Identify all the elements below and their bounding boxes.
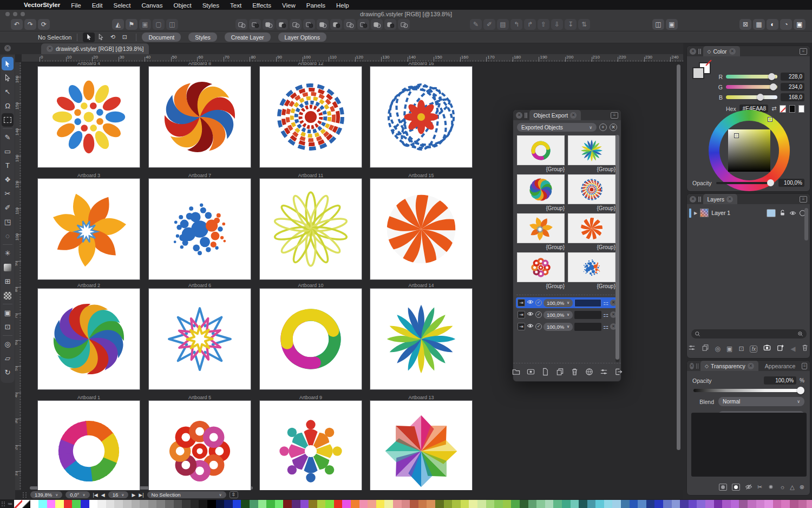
ungroup-icon[interactable]: ▢ bbox=[153, 19, 165, 30]
effects-sun-icon[interactable]: ☼ bbox=[780, 484, 785, 490]
palette-swatch[interactable] bbox=[418, 500, 427, 508]
transparency-opacity-value[interactable]: 100,0% bbox=[764, 376, 796, 385]
zoom-level-dropdown[interactable]: 139,8%∨ bbox=[30, 491, 62, 498]
fill-stroke-swatches[interactable] bbox=[692, 62, 712, 81]
menu-text[interactable]: Text bbox=[225, 2, 247, 9]
palette-swatch[interactable] bbox=[545, 500, 554, 508]
selection-info-dropdown[interactable]: No Selection∨ bbox=[147, 491, 226, 498]
last-page-icon[interactable]: ▶| bbox=[139, 492, 143, 498]
slice-export-icon[interactable]: ⇥ bbox=[518, 299, 525, 307]
unlink-mask-scissors-icon[interactable]: ✂ bbox=[757, 484, 762, 491]
grid-tool[interactable]: ⊞ bbox=[2, 275, 14, 288]
palette-menu-icon[interactable]: ≔ bbox=[6, 501, 14, 506]
palette-swatch[interactable] bbox=[55, 500, 64, 508]
preview-export-icon[interactable] bbox=[527, 368, 535, 378]
menu-canvas[interactable]: Canvas bbox=[136, 2, 168, 9]
palette-swatch[interactable] bbox=[503, 500, 512, 508]
trim-icon[interactable] bbox=[303, 19, 315, 30]
layer-copies-icon[interactable]: ⊡ bbox=[738, 345, 744, 353]
slice-visibility-eye-icon[interactable] bbox=[527, 322, 534, 331]
palette-swatch[interactable] bbox=[148, 500, 157, 508]
artboard-canvas[interactable] bbox=[149, 179, 251, 279]
artboard[interactable]: Artboard 4 bbox=[38, 62, 140, 167]
palette-swatch[interactable] bbox=[427, 500, 435, 508]
panel-collapse-icon[interactable]: ◇ bbox=[708, 49, 711, 54]
palette-swatch[interactable] bbox=[612, 500, 621, 508]
palette-swatch[interactable] bbox=[595, 500, 604, 508]
channel-slider[interactable] bbox=[726, 95, 777, 99]
palette-swatch[interactable] bbox=[64, 500, 73, 508]
palette-swatch[interactable] bbox=[461, 500, 469, 508]
panel-grip[interactable] bbox=[696, 363, 699, 369]
palette-swatch[interactable] bbox=[325, 500, 334, 508]
palette-swatch[interactable] bbox=[300, 500, 309, 508]
slice-options-icon[interactable]: ⚏ bbox=[603, 311, 608, 318]
artboard-canvas[interactable] bbox=[260, 179, 362, 279]
send-to-bottom-icon[interactable]: ↧ bbox=[565, 19, 577, 30]
statusbar-options-icon[interactable]: ⇳ bbox=[230, 491, 238, 498]
layer-thumbnail[interactable] bbox=[700, 209, 709, 217]
artboard-canvas[interactable] bbox=[38, 401, 140, 490]
slice-visibility-eye-icon[interactable] bbox=[527, 298, 534, 308]
export-item[interactable]: {Group} bbox=[517, 252, 566, 290]
palette-swatch[interactable] bbox=[233, 500, 241, 508]
artboard[interactable]: Artboard 3 bbox=[38, 173, 140, 279]
palette-swatch[interactable] bbox=[520, 500, 528, 508]
back-arrow-icon[interactable]: ◀ bbox=[790, 345, 795, 353]
text-tool[interactable]: T bbox=[2, 159, 14, 172]
palette-swatch[interactable] bbox=[680, 500, 689, 508]
group-select-tool-icon[interactable] bbox=[95, 32, 107, 42]
hide-mask-eye-slash-icon[interactable] bbox=[745, 483, 752, 491]
menu-panels[interactable]: Panels bbox=[301, 2, 331, 9]
send-backward-icon[interactable]: ⇩ bbox=[551, 19, 563, 30]
full-preview-icon[interactable]: ▣ bbox=[794, 19, 806, 30]
layers-panel-tab[interactable]: Layers ✕ bbox=[703, 194, 738, 204]
layer-target-icon[interactable]: ◎ bbox=[715, 345, 721, 353]
delete-trash-icon[interactable] bbox=[571, 368, 579, 378]
compound-icon[interactable]: ◫ bbox=[166, 19, 178, 30]
palette-swatch[interactable] bbox=[351, 500, 359, 508]
palette-swatch[interactable] bbox=[384, 500, 393, 508]
document-tab[interactable]: ✕ drawing6.vstyler [RGB] [@139.8%] bbox=[41, 43, 149, 54]
palette-swatch[interactable] bbox=[486, 500, 495, 508]
zoom-target-tool[interactable]: ◎ bbox=[2, 337, 14, 351]
palette-swatch[interactable] bbox=[165, 500, 174, 508]
transparency-panel-tab[interactable]: ◇ Transparency ✕ bbox=[700, 361, 758, 371]
pen-tool[interactable]: ✎ bbox=[2, 131, 14, 144]
document-button[interactable]: Document bbox=[142, 32, 181, 42]
rotate-view-tool[interactable]: ↻ bbox=[2, 366, 14, 379]
palette-swatch[interactable] bbox=[97, 500, 106, 508]
mirror-icon[interactable]: ◭ bbox=[112, 19, 124, 30]
menu-help[interactable]: Help bbox=[331, 2, 355, 9]
pixel-grid-icon[interactable]: ▦ bbox=[753, 19, 765, 30]
export-settings-sliders-icon[interactable] bbox=[600, 368, 608, 378]
crop-tool-icon[interactable]: ⊡ bbox=[119, 32, 130, 42]
palette-swatch[interactable] bbox=[672, 500, 680, 508]
palette-swatch[interactable] bbox=[689, 500, 697, 508]
export-item[interactable]: {Group} bbox=[568, 135, 617, 173]
export-scrollbar[interactable] bbox=[615, 135, 619, 362]
menu-select[interactable]: Select bbox=[108, 2, 136, 9]
close-tab-icon[interactable]: ✕ bbox=[748, 363, 754, 369]
channel-slider[interactable] bbox=[726, 75, 777, 79]
slice-scale-dropdown[interactable]: 100,0%∨ bbox=[543, 323, 573, 331]
palette-swatch[interactable] bbox=[38, 500, 47, 508]
palette-swatch[interactable] bbox=[477, 500, 486, 508]
palette-swatch[interactable] bbox=[106, 500, 115, 508]
transform-tool[interactable]: Ω bbox=[2, 99, 14, 113]
palette-swatch[interactable] bbox=[216, 500, 225, 508]
rotation-dropdown[interactable]: 0,0°∨ bbox=[66, 491, 89, 498]
palette-swatch[interactable] bbox=[705, 500, 714, 508]
palette-swatch[interactable] bbox=[571, 500, 579, 508]
channel-slider-knob[interactable] bbox=[770, 83, 777, 90]
snapshot-camera-icon[interactable] bbox=[763, 344, 771, 354]
palette-swatch[interactable] bbox=[207, 500, 216, 508]
artboard[interactable]: Artboard 13 bbox=[370, 395, 472, 490]
palette-swatch[interactable] bbox=[241, 500, 250, 508]
palette-swatch[interactable] bbox=[72, 500, 81, 508]
unlock-icon[interactable] bbox=[779, 210, 786, 217]
panel-menu-icon[interactable]: ≡ bbox=[800, 48, 807, 55]
palette-swatch[interactable] bbox=[646, 500, 655, 508]
blend-dropdown[interactable]: Normal ∨ bbox=[718, 397, 804, 406]
slice-options-icon[interactable]: ⚏ bbox=[603, 323, 608, 330]
